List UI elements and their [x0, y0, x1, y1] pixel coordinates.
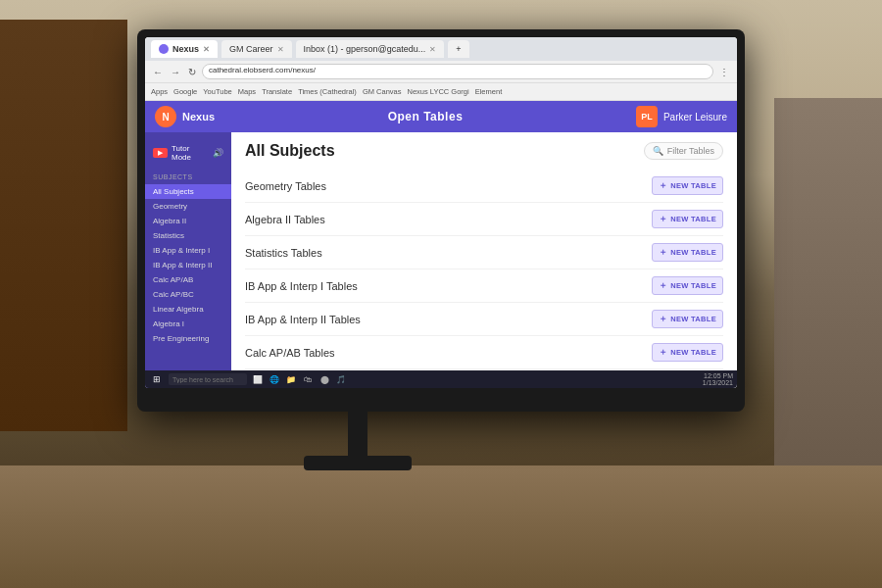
user-area: PL Parker Leisure	[636, 106, 727, 127]
sidebar-item-linear-algebra[interactable]: Linear Algebra	[145, 302, 231, 317]
plus-icon: ＋	[659, 246, 667, 259]
sidebar-item-label-ib-app-interp-i: IB App & Interp I	[153, 246, 210, 255]
new-table-label-calc-ap-ab: NEW TABLE	[670, 348, 716, 357]
bookmark-youtube[interactable]: YouTube	[203, 87, 231, 96]
sidebar-item-label-calc-ap-bc: Calc AP/BC	[153, 290, 194, 299]
tab-label-mail: Inbox (1) - gperson@gcatedu...	[304, 44, 426, 54]
bookmark-times[interactable]: Times (Cathedral)	[298, 87, 357, 96]
new-table-button-ib-app-interp-i[interactable]: ＋ NEW TABLE	[652, 276, 723, 295]
taskbar: ⊞ ⬜ 🌐 📁 🛍 ⬤ 🎵 12:05 PM 1/13/2021	[145, 370, 737, 388]
tab-close-mail[interactable]: ✕	[429, 45, 436, 54]
browser-tab-mail[interactable]: Inbox (1) - gperson@gcatedu... ✕	[296, 40, 445, 58]
tutor-label: Tutor Mode	[172, 144, 209, 162]
taskbar-icons: ⬜ 🌐 📁 🛍 ⬤ 🎵	[251, 372, 348, 386]
sidebar-item-label-algebra-i: Algebra I	[153, 319, 184, 328]
filter-placeholder: Filter Tables	[667, 146, 714, 156]
taskbar-search-input[interactable]	[169, 373, 247, 385]
sidebar-item-algebra-ii[interactable]: Algebra II	[145, 214, 231, 228]
table-name-ib-app-interp-i: IB App & Interp I Tables	[245, 280, 358, 292]
chrome-icon[interactable]: ⬤	[318, 372, 331, 386]
plus-icon: ＋	[659, 213, 667, 225]
bookmark-apps[interactable]: Apps	[151, 87, 168, 96]
sidebar-item-geometry[interactable]: Geometry	[145, 199, 231, 214]
sidebar-item-label-linear-algebra: Linear Algebra	[153, 305, 204, 314]
new-table-label-statistics: NEW TABLE	[670, 248, 716, 257]
page-title: All Subjects	[245, 142, 335, 160]
back-button[interactable]: ←	[151, 67, 165, 77]
app-container: N Nexus Open Tables PL Parker Leisure ▶ …	[145, 101, 737, 388]
monitor-stand	[348, 412, 368, 461]
sidebar-item-label-ib-app-interp-ii: IB App & Interp II	[153, 261, 212, 270]
table-row: Geometry Tables ＋ NEW TABLE	[245, 170, 723, 203]
tutor-mode-button[interactable]: ▶ Tutor Mode 🔊	[145, 140, 231, 166]
new-table-button-calc-ap-ab[interactable]: ＋ NEW TABLE	[652, 343, 723, 362]
address-bar[interactable]: cathedral.elobserd.com/nexus/	[202, 64, 713, 79]
table-name-algebra-ii: Algebra II Tables	[245, 214, 325, 225]
plus-icon: ＋	[659, 313, 667, 325]
new-table-button-ib-app-interp-ii[interactable]: ＋ NEW TABLE	[652, 310, 723, 328]
tab-label-gm: GM Career	[229, 44, 273, 54]
bookmark-translate[interactable]: Translate	[262, 87, 292, 96]
new-table-button-algebra-ii[interactable]: ＋ NEW TABLE	[652, 210, 723, 228]
plus-icon: ＋	[659, 346, 667, 359]
sidebar-item-label-algebra-ii: Algebra II	[153, 217, 186, 225]
edge-icon[interactable]: 🌐	[268, 372, 281, 386]
browser-nav-bar: ← → ↻ cathedral.elobserd.com/nexus/ ⋮	[145, 61, 737, 82]
extensions-button[interactable]: ⋮	[717, 67, 731, 77]
bookmark-element[interactable]: Element	[475, 87, 503, 96]
sidebar-item-all-subjects[interactable]: All Subjects	[145, 184, 231, 199]
bookmark-gm-canvas[interactable]: GM Canvas	[363, 87, 402, 96]
sidebar-section-label: SUBJECTS	[145, 173, 231, 184]
table-name-geometry: Geometry Tables	[245, 180, 326, 192]
sidebar-item-algebra-i[interactable]: Algebra I	[145, 317, 231, 331]
forward-button[interactable]: →	[169, 67, 182, 77]
task-view-icon[interactable]: ⬜	[251, 372, 265, 386]
sidebar-item-calc-ap-bc[interactable]: Calc AP/BC	[145, 287, 231, 302]
table-row: Statistics Tables ＋ NEW TABLE	[245, 236, 723, 270]
taskbar-clock: 12:05 PM 1/13/2021	[703, 372, 733, 386]
logo-area: N Nexus	[155, 106, 215, 127]
bookmark-nexus[interactable]: Nexus LYCC Gorgi	[407, 87, 468, 96]
user-name: Parker Leisure	[663, 112, 727, 122]
monitor-base	[304, 456, 412, 470]
nexus-logo-text: Nexus	[182, 111, 215, 122]
browser-tab-nexus[interactable]: Nexus ✕	[151, 40, 218, 58]
sidebar-item-pre-engineering[interactable]: Pre Engineering	[145, 331, 231, 346]
tab-close-gm[interactable]: ✕	[277, 45, 284, 54]
file-explorer-icon[interactable]: 📁	[284, 372, 298, 386]
table-row: Algebra II Tables ＋ NEW TABLE	[245, 203, 723, 236]
bookmark-google[interactable]: Google	[173, 87, 197, 96]
sidebar-item-label-pre-engineering: Pre Engineering	[153, 334, 209, 343]
table-row: IB App & Interp I Tables ＋ NEW TABLE	[245, 270, 723, 303]
start-button[interactable]: ⊞	[149, 374, 165, 384]
sidebar-item-calc-ap-ab[interactable]: Calc AP/AB	[145, 272, 231, 287]
table-name-statistics: Statistics Tables	[245, 247, 322, 259]
nexus-logo-icon: N	[155, 106, 176, 127]
new-table-button-statistics[interactable]: ＋ NEW TABLE	[652, 243, 723, 262]
browser-tab-gm[interactable]: GM Career ✕	[221, 40, 292, 58]
plus-icon: ＋	[659, 279, 667, 292]
new-table-button-geometry[interactable]: ＋ NEW TABLE	[652, 176, 723, 195]
refresh-button[interactable]: ↻	[186, 67, 198, 77]
new-table-label-geometry: NEW TABLE	[670, 181, 716, 190]
store-icon[interactable]: 🛍	[301, 372, 315, 386]
taskbar-date: 1/13/2021	[703, 379, 733, 386]
tab-close-nexus[interactable]: ✕	[203, 45, 210, 54]
content-area: ▶ Tutor Mode 🔊 SUBJECTS All Subjects Geo…	[145, 132, 737, 388]
sidebar-item-label-geometry: Geometry	[153, 202, 187, 211]
bookmark-maps[interactable]: Maps	[238, 87, 256, 96]
table-name-calc-ap-ab: Calc AP/AB Tables	[245, 347, 335, 359]
sidebar-item-statistics[interactable]: Statistics	[145, 228, 231, 243]
tab-label-new: +	[456, 44, 461, 54]
main-header: All Subjects 🔍 Filter Tables	[245, 142, 723, 160]
spotify-icon[interactable]: 🎵	[334, 372, 348, 386]
tutor-audio-icon: 🔊	[213, 148, 223, 158]
main-content: All Subjects 🔍 Filter Tables Geometry Ta…	[231, 132, 737, 388]
browser-chrome: Nexus ✕ GM Career ✕ Inbox (1) - gperson@…	[145, 37, 737, 101]
monitor: Nexus ✕ GM Career ✕ Inbox (1) - gperson@…	[137, 29, 745, 412]
filter-input[interactable]: 🔍 Filter Tables	[644, 142, 723, 160]
sidebar-item-ib-app-interp-i[interactable]: IB App & Interp I	[145, 243, 231, 258]
browser-tab-new[interactable]: +	[448, 40, 468, 58]
sidebar-item-label-all-subjects: All Subjects	[153, 187, 194, 196]
sidebar-item-ib-app-interp-ii[interactable]: IB App & Interp II	[145, 258, 231, 272]
